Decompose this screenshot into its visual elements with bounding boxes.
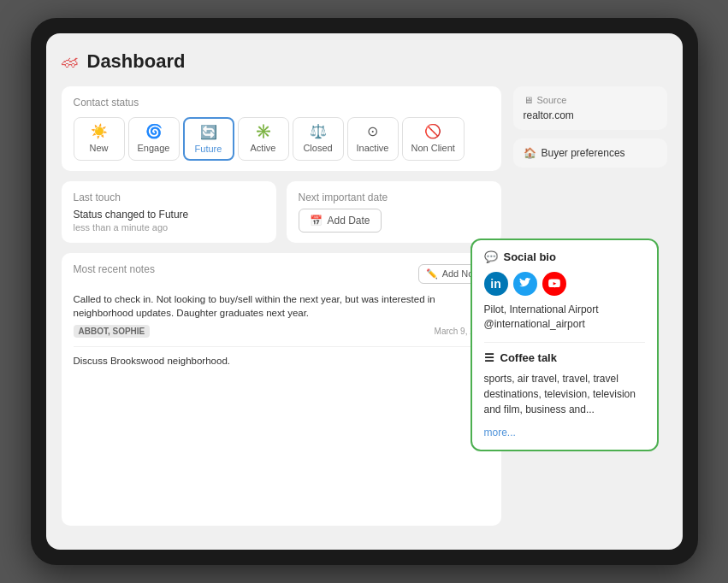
youtube-icon[interactable] <box>542 272 566 296</box>
page-title: Dashboard <box>87 50 186 73</box>
last-touch-time: less than a minute ago <box>74 222 264 233</box>
contact-status-card: Contact status ☀️ New 🌀 Engage <box>62 86 501 171</box>
contact-status-label: Contact status <box>74 97 489 109</box>
notes-card: Most recent notes ✏️ Add Note Called to … <box>62 253 501 526</box>
inactive-icon: ⊙ <box>367 123 378 139</box>
status-btn-closed[interactable]: ⚖️ Closed <box>293 117 344 161</box>
linkedin-letter: in <box>490 277 500 291</box>
twitter-icon[interactable] <box>513 272 537 296</box>
panel-divider <box>484 342 645 343</box>
page-header: 🏎 Dashboard <box>62 50 667 73</box>
nonclient-icon: 🚫 <box>424 123 441 139</box>
source-value: realtor.com <box>524 109 657 121</box>
buyer-preferences-button[interactable]: 🏠 Buyer preferences <box>513 138 667 168</box>
source-card: 🖥 Source realtor.com <box>513 86 667 130</box>
notes-header: Most recent notes ✏️ Add Note <box>74 263 489 284</box>
left-column: Contact status ☀️ New 🌀 Engage <box>62 86 501 526</box>
social-bio-icon: 💬 <box>484 250 498 263</box>
engage-icon: 🌀 <box>145 123 163 139</box>
active-icon: ✳️ <box>255 123 272 139</box>
new-icon: ☀️ <box>91 123 108 139</box>
device-frame: 🏎 Dashboard Contact status ☀️ New <box>31 18 698 565</box>
coffee-talk-title: ☰ Coffee talk <box>484 351 645 364</box>
status-btn-active[interactable]: ✳️ Active <box>238 117 289 161</box>
note-item-2: Discuss Brookswood neighborhood. <box>74 354 489 368</box>
last-touch-status: Status changed to Future <box>74 209 264 221</box>
status-btn-active-label: Active <box>251 143 276 153</box>
linkedin-icon[interactable]: in <box>484 272 508 296</box>
source-icon: 🖥 <box>524 95 533 105</box>
dashboard-icon: 🏎 <box>62 52 79 72</box>
status-btn-nonclient-label: Non Client <box>411 143 455 153</box>
social-coffee-panel: 💬 Social bio in <box>471 238 659 451</box>
note-item-1: Called to check in. Not looking to buy/s… <box>74 292 489 338</box>
status-btn-future[interactable]: 🔄 Future <box>183 117 234 161</box>
twitter-bird-icon <box>519 278 531 290</box>
bio-text: Pilot, International Airport @internatio… <box>484 303 645 332</box>
note-divider <box>74 346 489 347</box>
status-btn-closed-label: Closed <box>303 143 332 153</box>
note-tag-1: ABBOT, SOPHIE <box>74 325 151 338</box>
status-btn-engage[interactable]: 🌀 Engage <box>128 117 180 161</box>
status-btn-new[interactable]: ☀️ New <box>74 117 125 161</box>
buyer-pref-icon: 🏠 <box>524 147 536 159</box>
note-meta-1: ABBOT, SOPHIE March 9, 2020 <box>74 325 489 338</box>
youtube-play-icon <box>548 278 560 290</box>
notes-label: Most recent notes <box>74 263 155 275</box>
more-link[interactable]: more... <box>484 427 516 439</box>
coffee-talk-text: sports, air travel, travel, travel desti… <box>484 371 645 417</box>
main-content: 🏎 Dashboard Contact status ☀️ New <box>46 33 683 550</box>
add-note-icon: ✏️ <box>426 268 438 280</box>
buyer-pref-label: Buyer preferences <box>542 147 625 159</box>
status-btn-new-label: New <box>89 143 108 153</box>
coffee-icon: ☰ <box>484 351 494 364</box>
status-btn-engage-label: Engage <box>138 143 170 153</box>
future-icon: 🔄 <box>200 124 217 140</box>
status-btn-inactive-label: Inactive <box>357 143 389 153</box>
note-text-1: Called to check in. Not looking to buy/s… <box>74 292 489 320</box>
status-btn-nonclient[interactable]: 🚫 Non Client <box>402 117 465 161</box>
next-date-card: Next important date 📅 Add Date <box>287 181 501 243</box>
status-btn-inactive[interactable]: ⊙ Inactive <box>347 117 399 161</box>
add-date-label: Add Date <box>328 215 370 227</box>
touch-date-row: Last touch Status changed to Future less… <box>62 181 501 243</box>
source-label: 🖥 Source <box>524 95 657 105</box>
closed-icon: ⚖️ <box>310 123 327 139</box>
social-bio-title: 💬 Social bio <box>484 250 645 263</box>
last-touch-card: Last touch Status changed to Future less… <box>62 181 276 243</box>
screen: 🏎 Dashboard Contact status ☀️ New <box>46 33 683 550</box>
next-date-label: Next important date <box>299 191 489 203</box>
status-btn-future-label: Future <box>195 144 222 154</box>
last-touch-label: Last touch <box>74 191 264 203</box>
add-date-button[interactable]: 📅 Add Date <box>299 209 382 233</box>
add-date-icon: 📅 <box>310 215 323 227</box>
status-buttons-group: ☀️ New 🌀 Engage 🔄 Future <box>74 117 489 161</box>
social-icons-group: in <box>484 272 645 296</box>
note-text-2: Discuss Brookswood neighborhood. <box>74 354 489 368</box>
